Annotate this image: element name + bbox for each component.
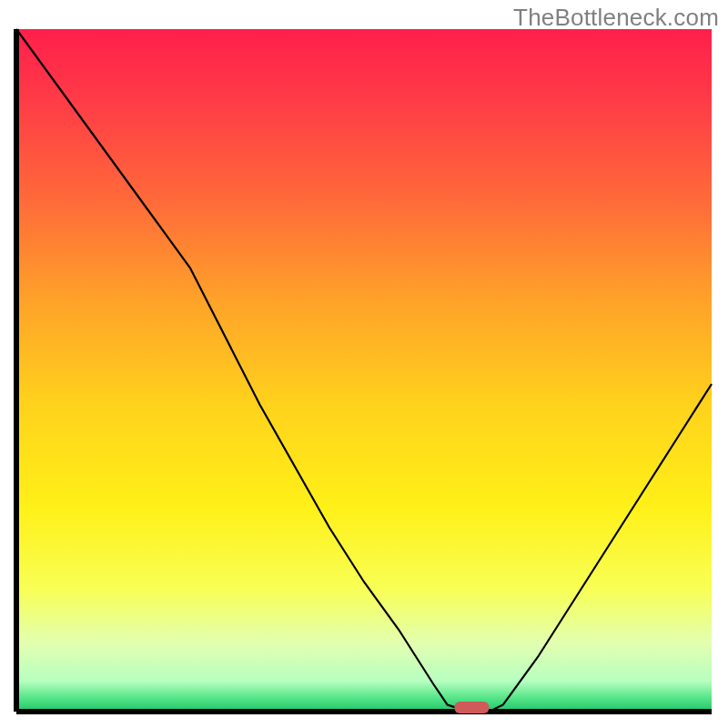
watermark-text: TheBottleneck.com (513, 4, 719, 32)
optimal-marker (454, 702, 489, 713)
bottleneck-chart: TheBottleneck.com (0, 0, 728, 728)
chart-canvas (0, 0, 728, 728)
plot-background (16, 29, 712, 712)
